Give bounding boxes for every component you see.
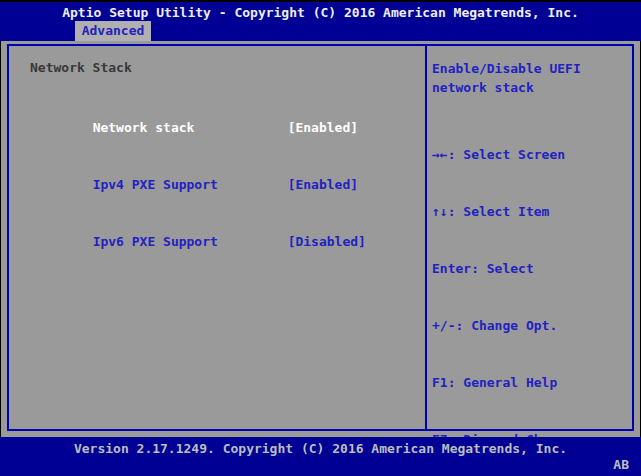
menu-item-value: [Enabled] xyxy=(288,120,358,135)
key-hint-list: →←: Select Screen ↑↓: Select Item Enter:… xyxy=(427,97,632,476)
menu-item-network-stack[interactable]: Network stack[Enabled] xyxy=(30,99,425,156)
corner-label: AB xyxy=(613,458,629,472)
menu-item-label: Ipv6 PXE Support xyxy=(93,232,288,251)
key-hint-select-item: ↑↓: Select Item xyxy=(432,202,630,221)
status-bar: Version 2.17.1249. Copyright (C) 2016 Am… xyxy=(0,437,641,476)
tab-advanced[interactable]: Advanced xyxy=(75,21,151,41)
bios-setup-screen: Aptio Setup Utility - Copyright (C) 2016… xyxy=(0,0,641,476)
menu-item-value: [Disabled] xyxy=(288,234,366,249)
menu-item-value: [Enabled] xyxy=(288,177,358,192)
app-title: Aptio Setup Utility - Copyright (C) 2016… xyxy=(0,2,641,20)
menu-item-label: Network stack xyxy=(93,118,288,137)
menu-item-label: Ipv4 PXE Support xyxy=(93,175,288,194)
menu-item-ipv4-pxe-support[interactable]: Ipv4 PXE Support[Enabled] xyxy=(30,156,425,213)
setup-panel: Network Stack Network stack[Enabled] Ipv… xyxy=(7,44,634,431)
menu-item-ipv6-pxe-support[interactable]: Ipv6 PXE Support[Disabled] xyxy=(30,213,425,270)
key-hint-select-screen: →←: Select Screen xyxy=(432,145,630,164)
version-text: Version 2.17.1249. Copyright (C) 2016 Am… xyxy=(0,437,641,456)
section-title: Network Stack xyxy=(30,61,425,75)
key-hint-enter: Enter: Select xyxy=(432,259,630,278)
key-hint-change-opt: +/-: Change Opt. xyxy=(432,316,630,335)
help-panel: Enable/Disable UEFI network stack →←: Se… xyxy=(427,46,632,429)
options-pane: Network Stack Network stack[Enabled] Ipv… xyxy=(9,46,425,429)
key-hint-f1: F1: General Help xyxy=(432,373,630,392)
help-description: Enable/Disable UEFI network stack xyxy=(427,46,632,97)
